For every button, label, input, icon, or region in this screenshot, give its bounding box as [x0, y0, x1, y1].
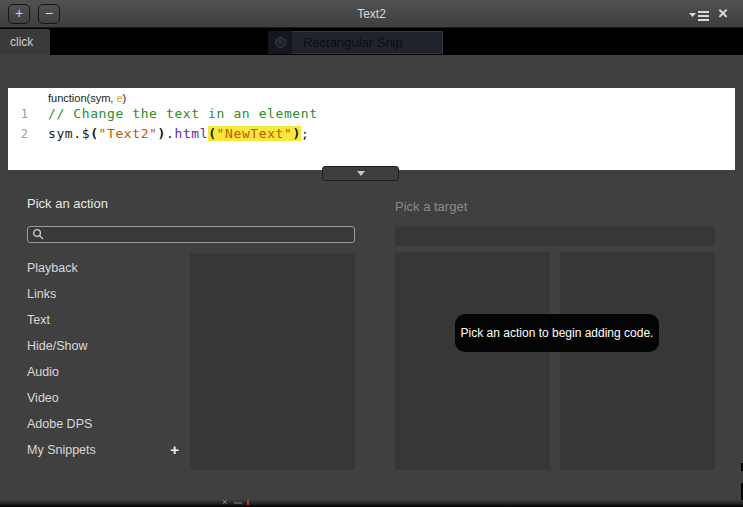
- tooltip: Pick an action to begin adding code.: [455, 314, 659, 352]
- line-number: 1: [8, 104, 28, 124]
- action-item-playback[interactable]: Playback: [27, 255, 179, 281]
- action-item-label: Hide/Show: [27, 333, 87, 359]
- playhead-marker: [247, 500, 249, 505]
- action-item-label: Text: [27, 307, 50, 333]
- code-line: 1// Change the text in an element: [8, 104, 735, 124]
- action-item-hide-show[interactable]: Hide/Show: [27, 333, 179, 359]
- code-token: ): [158, 126, 166, 141]
- line-number: 2: [8, 124, 28, 144]
- chevron-down-icon: [357, 171, 365, 176]
- code-lines: 1// Change the text in an element2sym.$(…: [8, 104, 735, 144]
- action-submenu-panel: [190, 253, 355, 470]
- close-icon[interactable]: ✕: [714, 5, 732, 23]
- action-item-adobe-dps[interactable]: Adobe DPS: [27, 411, 179, 437]
- title-bar: + − Text2 ✕: [0, 0, 743, 28]
- action-item-video[interactable]: Video: [27, 385, 179, 411]
- code-panel-window: + − Text2 ✕ click Rectangular Snip funct…: [0, 0, 743, 507]
- target-preview-panel: [560, 252, 715, 470]
- action-item-links[interactable]: Links: [27, 281, 179, 307]
- action-list: PlaybackLinksTextHide/ShowAudioVideoAdob…: [27, 255, 179, 463]
- code-token: ): [292, 126, 300, 141]
- code-header: function(sym, e): [48, 92, 735, 104]
- bottom-window-strip: ×: [0, 500, 743, 507]
- panel-menu-icon[interactable]: [689, 8, 711, 20]
- action-item-audio[interactable]: Audio: [27, 359, 179, 385]
- action-search-input[interactable]: [45, 227, 350, 243]
- collapse-code-button[interactable]: [322, 166, 399, 181]
- action-item-label: Adobe DPS: [27, 411, 92, 437]
- target-search-bar: [395, 227, 715, 246]
- search-icon: [32, 228, 45, 241]
- overlay-menu-item-label: Rectangular Snip: [292, 35, 403, 50]
- action-item-label: My Snippets: [27, 437, 96, 463]
- actions-panel-title: Pick an action: [27, 196, 108, 211]
- code-token: (: [208, 126, 216, 141]
- target-list-panel: [395, 252, 550, 470]
- overlay-menu-item-rectangular-snip[interactable]: Rectangular Snip: [268, 31, 443, 54]
- snip-shape-icon: [268, 31, 292, 54]
- action-item-my-snippets[interactable]: My Snippets+: [27, 437, 179, 463]
- code-token: html: [174, 126, 208, 141]
- code-editor[interactable]: function(sym, e) 1// Change the text in …: [8, 88, 735, 170]
- action-item-text[interactable]: Text: [27, 307, 179, 333]
- tab-click[interactable]: click: [0, 29, 50, 55]
- code-token: (: [90, 126, 98, 141]
- code-line: 2sym.$("Text2").html("NewText");: [8, 124, 735, 144]
- code-token: function(sym,: [48, 92, 116, 104]
- timeline-dash: [234, 502, 242, 504]
- code-token: ): [123, 92, 127, 104]
- action-item-label: Links: [27, 281, 56, 307]
- add-snippet-button[interactable]: +: [170, 437, 179, 463]
- target-panel-title: Pick a target: [395, 199, 467, 214]
- action-item-label: Video: [27, 385, 59, 411]
- code-token: sym.$: [48, 126, 90, 141]
- window-title: Text2: [0, 7, 743, 21]
- code-token: "Text2": [99, 126, 158, 141]
- code-token: "NewText": [217, 126, 293, 141]
- action-item-label: Audio: [27, 359, 59, 385]
- timeline-marker-glyph: ×: [222, 497, 227, 507]
- action-search[interactable]: [27, 226, 355, 243]
- code-token: ;: [301, 126, 309, 141]
- code-token: // Change the text in an element: [48, 106, 318, 121]
- action-item-label: Playback: [27, 255, 78, 281]
